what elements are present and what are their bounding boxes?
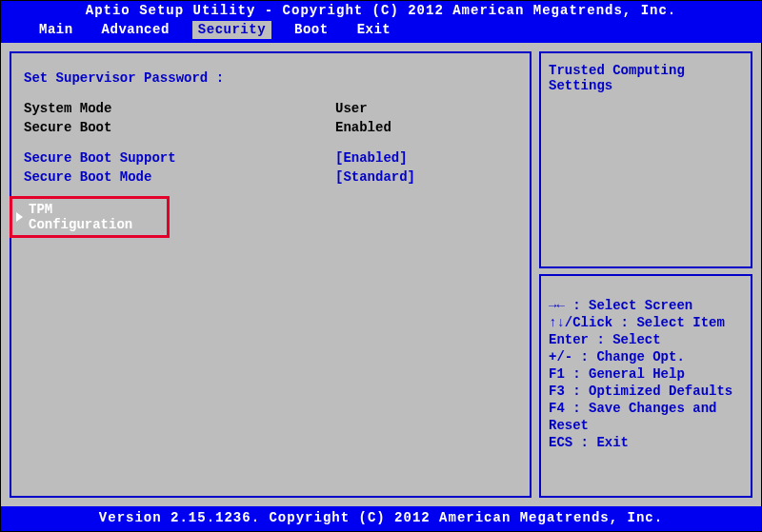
secure-boot-label: Secure Boot xyxy=(11,120,335,135)
tab-boot[interactable]: Boot xyxy=(289,21,334,39)
key-change-opt: +/- : Change Opt. xyxy=(549,348,743,365)
key-enter: Enter : Select xyxy=(549,331,743,348)
key-legend-panel: →← : Select Screen ↑↓/Click : Select Ite… xyxy=(539,274,752,498)
tab-exit[interactable]: Exit xyxy=(351,21,397,39)
help-description-panel: Trusted Computing Settings xyxy=(539,51,752,268)
content-area: Set Supervisor Password : System Mode Us… xyxy=(1,43,761,506)
help-title: Trusted Computing Settings xyxy=(549,63,743,93)
secure-boot-mode-value[interactable]: [Standard] xyxy=(335,169,530,185)
tab-bar: Main Advanced Security Boot Exit xyxy=(1,21,761,42)
key-select-screen: →← : Select Screen xyxy=(549,297,743,314)
key-select-item: ↑↓/Click : Select Item xyxy=(549,314,743,331)
secure-boot-value: Enabled xyxy=(335,120,530,135)
tpm-configuration-item[interactable]: TPM Configuration xyxy=(10,196,170,238)
secure-boot-support-label[interactable]: Secure Boot Support xyxy=(11,150,335,166)
key-save-reset: F4 : Save Changes and Reset xyxy=(549,400,743,434)
key-exit: ECS : Exit xyxy=(549,434,743,451)
secure-boot-mode-label[interactable]: Secure Boot Mode xyxy=(11,169,335,185)
submenu-arrow-icon xyxy=(16,212,23,222)
tab-security[interactable]: Security xyxy=(192,21,271,39)
header-title: Aptio Setup Utility - Copyright (C) 2012… xyxy=(1,1,761,21)
footer-bar: Version 2.15.1236. Copyright (C) 2012 Am… xyxy=(1,506,761,531)
key-general-help: F1 : General Help xyxy=(549,365,743,383)
system-mode-value: User xyxy=(335,101,530,116)
tpm-configuration-label: TPM Configuration xyxy=(29,202,164,232)
settings-panel: Set Supervisor Password : System Mode Us… xyxy=(10,51,531,498)
top-bar: Aptio Setup Utility - Copyright (C) 2012… xyxy=(1,1,761,43)
tab-advanced[interactable]: Advanced xyxy=(96,21,175,39)
secure-boot-support-value[interactable]: [Enabled] xyxy=(335,150,530,166)
set-supervisor-password[interactable]: Set Supervisor Password : xyxy=(11,70,335,86)
system-mode-label: System Mode xyxy=(11,101,335,116)
help-column: Trusted Computing Settings →← : Select S… xyxy=(539,51,752,498)
bios-window: Aptio Setup Utility - Copyright (C) 2012… xyxy=(0,0,762,532)
tab-main[interactable]: Main xyxy=(33,21,79,39)
key-optimized: F3 : Optimized Defaults xyxy=(549,383,743,400)
